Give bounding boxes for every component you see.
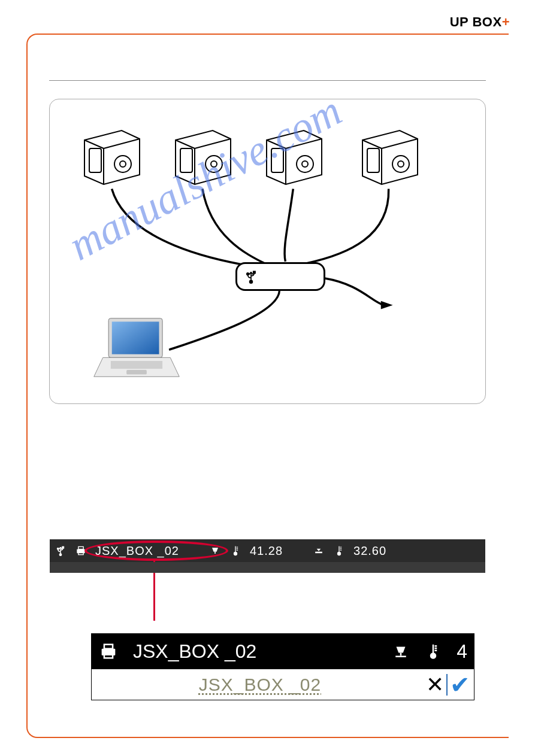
nozzle-icon xyxy=(209,545,221,557)
thermometer-icon xyxy=(333,545,345,557)
brand-logo: UP BOX+ xyxy=(450,14,510,30)
svg-point-3 xyxy=(120,161,126,167)
status-bar-enlarged: JSX_BOX _02 4 xyxy=(91,633,474,669)
svg-rect-19 xyxy=(126,370,147,375)
connection-diagram xyxy=(49,99,486,404)
svg-rect-25 xyxy=(78,552,83,555)
svg-rect-24 xyxy=(78,546,83,549)
printer-unit xyxy=(258,117,330,189)
svg-rect-10 xyxy=(367,148,379,172)
callout-line xyxy=(153,561,155,621)
thermometer-icon xyxy=(424,642,442,660)
close-icon[interactable]: ✕ xyxy=(426,672,444,697)
printer-unit xyxy=(76,117,148,189)
platform-icon xyxy=(313,545,325,557)
svg-marker-0 xyxy=(381,301,393,309)
svg-point-35 xyxy=(431,654,436,658)
section-divider xyxy=(49,80,486,81)
screenshot-cluster: JSX_BOX _02 41.28 xyxy=(49,539,486,633)
printer-rename-row: JSX_BOX _02 ✕ ✔ xyxy=(91,669,474,700)
usb-icon xyxy=(55,545,67,557)
svg-point-27 xyxy=(234,552,237,555)
printer-name-label-large: JSX_BOX _02 xyxy=(133,640,256,663)
svg-rect-4 xyxy=(180,148,192,172)
nozzle-temp-value: 41.28 xyxy=(250,544,283,558)
svg-rect-34 xyxy=(395,656,406,658)
svg-point-21 xyxy=(58,548,59,549)
printer-icon xyxy=(75,545,87,557)
printer-unit xyxy=(354,117,426,189)
svg-rect-18 xyxy=(111,361,162,369)
svg-rect-15 xyxy=(253,271,255,273)
svg-rect-33 xyxy=(400,653,402,656)
svg-rect-22 xyxy=(62,546,64,548)
svg-point-12 xyxy=(398,161,404,167)
thermometer-icon xyxy=(229,545,241,557)
svg-rect-28 xyxy=(315,552,322,554)
status-bar: JSX_BOX _02 41.28 xyxy=(50,539,485,573)
svg-rect-1 xyxy=(89,148,101,172)
svg-rect-32 xyxy=(104,654,113,658)
nozzle-icon xyxy=(392,642,410,660)
printer-name-label: JSX_BOX _02 xyxy=(95,544,179,558)
svg-point-29 xyxy=(338,552,341,555)
svg-rect-7 xyxy=(271,148,283,172)
brand-plus: + xyxy=(502,14,510,29)
laptop-illustration xyxy=(92,316,182,382)
printer-rename-input[interactable]: JSX_BOX _02 xyxy=(95,675,425,695)
svg-point-9 xyxy=(302,161,308,167)
nozzle-temp-partial: 4 xyxy=(457,640,467,663)
svg-point-14 xyxy=(247,273,249,275)
svg-point-6 xyxy=(211,161,217,167)
svg-rect-17 xyxy=(112,321,159,354)
usb-icon xyxy=(243,269,259,284)
svg-point-13 xyxy=(250,280,253,283)
svg-rect-31 xyxy=(104,645,113,649)
printer-icon xyxy=(98,641,119,661)
svg-point-20 xyxy=(59,554,61,555)
svg-rect-26 xyxy=(214,552,216,554)
printer-unit xyxy=(167,117,239,189)
brand-name: UP BOX xyxy=(450,14,502,29)
bed-temp-value: 32.60 xyxy=(353,544,386,558)
usb-hub xyxy=(235,262,325,291)
check-icon[interactable]: ✔ xyxy=(450,671,470,699)
